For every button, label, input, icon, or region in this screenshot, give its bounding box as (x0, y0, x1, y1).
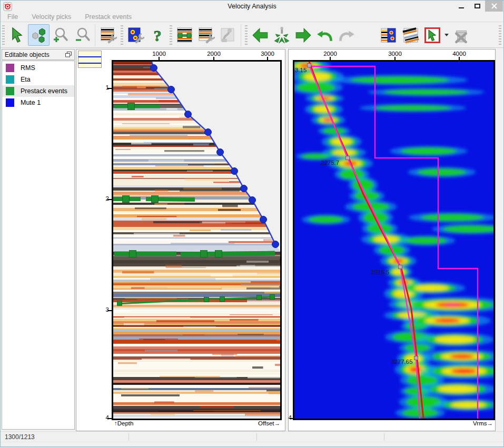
select-tool-button[interactable] (6, 24, 28, 46)
toolbar-grip[interactable] (2, 25, 5, 45)
menu-bar: File Velocity picks Prestack events (1, 12, 503, 22)
seismic-display-settings-button[interactable] (97, 24, 119, 46)
wiggle-view-button[interactable] (400, 24, 421, 46)
wiggle-view-icon (402, 27, 419, 44)
seismic-settings-icon (100, 27, 117, 44)
pointer-mode-button[interactable] (421, 24, 443, 46)
next-gather-button[interactable] (292, 24, 314, 46)
semblance-plot-area[interactable]: 3.152275.72915.53277.65 (293, 60, 495, 420)
arrow-left-icon (251, 26, 269, 44)
rms-color-swatch (6, 64, 14, 72)
status-counter: 1300/1213 (5, 433, 35, 441)
editable-objects-list: RMS Eta Prestack events Mute 1 (2, 61, 75, 430)
redo-icon (338, 26, 355, 44)
list-item-rms[interactable]: RMS (2, 62, 74, 74)
previous-gather-button[interactable] (249, 24, 271, 46)
toolbar-separator (241, 24, 241, 46)
pick-horizons-button[interactable] (174, 24, 195, 46)
delete-icon (452, 26, 470, 44)
zoom-in-button[interactable] (50, 24, 71, 46)
select-arrow-icon (9, 27, 26, 44)
combined-view-button[interactable] (378, 24, 400, 46)
toolbar: ? (1, 23, 503, 48)
status-divider (384, 433, 384, 441)
zoom-out-icon (74, 27, 91, 44)
toolbar-grip[interactable] (245, 25, 248, 45)
app-window: Velocity Analysis File Velocity picks Pr… (0, 0, 504, 447)
combined-view-icon (381, 27, 398, 44)
svg-text:3277.65: 3277.65 (391, 359, 413, 365)
gather-plot-panel: 1000 2000 3000 1 2 3 4 ↑Depth Offset→ (76, 49, 285, 431)
editable-objects-panel: Editable objects RMS Eta Prestack events (2, 49, 75, 430)
offset-tick-2000: 2000 (202, 51, 225, 57)
pick-objects-button[interactable] (28, 24, 50, 46)
list-item-label: RMS (21, 64, 35, 72)
mini-legend-line (78, 56, 101, 57)
depth-tick-4-right: 4 (282, 414, 292, 421)
close-icon (491, 3, 497, 9)
vrms-tick-2000: 2000 (319, 51, 342, 57)
seismic-tools-button[interactable] (195, 24, 217, 46)
undo-icon (316, 26, 334, 44)
zoom-in-icon (52, 27, 69, 44)
minimize-button[interactable] (453, 1, 469, 12)
vrms-axis-label: Vrms→ (465, 420, 493, 426)
redo-button-disabled (335, 24, 357, 46)
help-button[interactable]: ? (146, 24, 168, 46)
maximize-button[interactable] (469, 1, 485, 12)
close-button[interactable] (485, 1, 503, 12)
mini-legend-line (78, 63, 101, 64)
zoom-out-button[interactable] (71, 24, 93, 46)
flatten-button-disabled (217, 24, 239, 46)
title-bar: Velocity Analysis (1, 1, 503, 12)
depth-tick-4: 4 (98, 414, 109, 421)
svg-text:3.15: 3.15 (295, 67, 307, 73)
svg-text:2275.7: 2275.7 (321, 160, 339, 166)
toolbar-grip[interactable] (499, 25, 501, 45)
gather-plot-area[interactable] (112, 60, 282, 420)
delete-button-disabled (450, 24, 471, 46)
depth-tick-3: 3 (98, 306, 109, 313)
spread-navigator-button[interactable] (271, 24, 292, 46)
arrow-right-icon (294, 26, 312, 44)
undo-button[interactable] (314, 24, 335, 46)
depth-tick-1: 1 (98, 84, 109, 91)
float-panel-icon[interactable] (65, 52, 72, 57)
toolbar-separator (95, 24, 95, 46)
pointer-mode-dropdown[interactable] (443, 24, 450, 46)
window-bottom-edge (1, 442, 503, 447)
mute-1-color-swatch (6, 98, 14, 107)
toolbar-grip[interactable] (121, 25, 123, 45)
menu-file[interactable]: File (1, 13, 25, 21)
list-item-mute-1[interactable]: Mute 1 (2, 97, 74, 108)
editable-objects-header: Editable objects (2, 49, 75, 60)
editable-objects-title: Editable objects (5, 51, 50, 58)
list-item-prestack-events[interactable]: Prestack events (2, 85, 74, 97)
pick-horizons-icon (176, 27, 193, 44)
list-item-eta[interactable]: Eta (2, 74, 74, 85)
help-icon: ? (149, 27, 166, 44)
depth-axis-label: ↑Depth (114, 420, 133, 426)
semblance-settings-icon (127, 27, 144, 44)
menu-prestack-events[interactable]: Prestack events (78, 13, 139, 21)
toolbar-grip[interactable] (170, 25, 172, 45)
vrms-tick-4000: 4000 (448, 51, 471, 57)
status-divider (256, 433, 257, 441)
offset-tick-1000: 1000 (147, 51, 171, 57)
spread-navigator-icon (273, 26, 291, 44)
semblance-plot-panel: 2000 3000 4000 4 3.152275.72915.53277.65… (288, 49, 496, 431)
mini-legend (78, 51, 102, 68)
menu-velocity-picks[interactable]: Velocity picks (25, 13, 78, 21)
semblance-display-settings-button[interactable] (125, 24, 146, 46)
svg-text:?: ? (153, 27, 161, 44)
vrms-tick-3000: 3000 (383, 51, 407, 57)
chevron-down-icon (444, 34, 449, 36)
pointer-mode-icon (424, 27, 441, 44)
prestack-events-color-swatch (6, 87, 14, 95)
status-divider (129, 433, 129, 441)
window-title: Velocity Analysis (1, 3, 503, 10)
seismic-tools-icon (198, 27, 215, 44)
list-item-label: Prestack events (21, 87, 67, 95)
status-bar: 1300/1213 (1, 431, 503, 442)
depth-tick-2: 2 (98, 195, 109, 202)
